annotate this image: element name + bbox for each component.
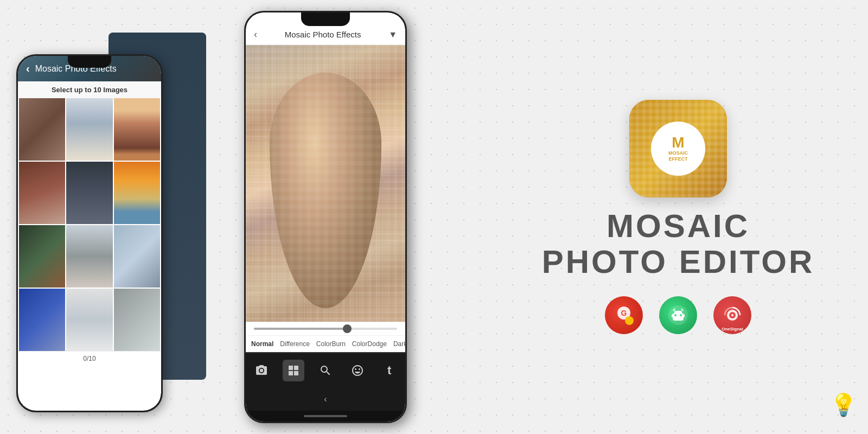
bookmark-icon[interactable]: ▼ [388, 30, 397, 40]
photo-cell-7[interactable] [19, 225, 65, 288]
photo-cell-11[interactable] [66, 289, 112, 351]
zoom-icon[interactable] [315, 360, 336, 381]
photo-cell-8[interactable] [66, 225, 112, 288]
app-icon-text-mosaic: MOSAIC [668, 150, 688, 156]
slider-fill [254, 328, 347, 330]
blend-mode-colordodge[interactable]: ColorDodge [352, 340, 387, 348]
mosaic-preview [246, 45, 405, 322]
svg-text:G: G [621, 309, 627, 317]
svg-rect-8 [672, 314, 674, 317]
photo-cell-10[interactable] [19, 289, 65, 351]
phone-left: ‹ Mosaic Photo Effects Select up to 10 I… [16, 54, 163, 412]
opacity-slider-row [246, 322, 405, 335]
photo-cell-5[interactable] [66, 162, 112, 224]
blend-mode-darken[interactable]: Darken [393, 340, 405, 348]
onesignal-logo: OneSignal [713, 296, 751, 334]
lightbulb-icon: 💡 [830, 392, 857, 418]
app-icon: M MOSAIC EFFECT [629, 100, 727, 197]
blend-mode-colorburn[interactable]: ColorBurn [316, 340, 346, 348]
svg-rect-9 [682, 314, 685, 317]
photo-count-bar: 0/10 [18, 351, 161, 366]
app-title: MOSAIC PHOTO EDITOR [542, 208, 815, 280]
slider-thumb[interactable] [343, 324, 352, 333]
notch-left [68, 56, 111, 68]
select-images-text: Select up to 10 Images [18, 81, 161, 98]
app-title-line1: MOSAIC [542, 208, 815, 244]
photo-cell-12[interactable] [114, 289, 160, 351]
photo-cell-4[interactable] [19, 162, 65, 224]
app-title-line2: PHOTO EDITOR [542, 244, 815, 280]
admob-logo: G [605, 296, 643, 334]
app-info-panel: M MOSAIC EFFECT MOSAIC PHOTO EDITOR G [488, 0, 868, 434]
tech-logos: G [605, 296, 751, 334]
app-icon-circle: M MOSAIC EFFECT [651, 122, 705, 176]
svg-point-7 [680, 314, 682, 316]
mosaic-bg [246, 45, 405, 322]
blend-mode-normal[interactable]: Normal [251, 340, 273, 348]
home-pill [304, 415, 347, 417]
notch-right [301, 12, 350, 26]
emoji-icon[interactable] [347, 360, 368, 381]
phone-right: ‹ Mosaic Photo Effects ▼ Normal Differen… [244, 11, 407, 423]
photo-cell-6[interactable] [114, 162, 160, 224]
phone-nav-bar: ‹ [246, 388, 405, 411]
toolbar-row: t [246, 352, 405, 388]
svg-point-2 [625, 316, 634, 325]
back-arrow-icon[interactable]: ‹ [26, 62, 30, 75]
right-phone-title: Mosaic Photo Effects [285, 30, 361, 39]
nav-back-button[interactable]: ‹ [317, 391, 334, 407]
app-icon-letter-m: M [672, 135, 684, 150]
blend-modes-row: Normal Difference ColorBurn ColorDodge D… [246, 335, 405, 352]
tumblr-icon[interactable]: t [379, 360, 400, 381]
slider-track[interactable] [254, 328, 397, 330]
app-icon-text-effect: EFFECT [669, 156, 688, 162]
svg-point-6 [674, 314, 676, 316]
photo-cell-1[interactable] [19, 98, 65, 161]
photo-cell-9[interactable] [114, 225, 160, 288]
camera-icon[interactable] [251, 360, 272, 381]
mosaic-canvas [246, 45, 405, 322]
blend-mode-difference[interactable]: Difference [280, 340, 309, 348]
grid-icon[interactable] [283, 360, 304, 381]
onesignal-label: OneSignal [722, 327, 743, 331]
photo-cell-2[interactable] [66, 98, 112, 161]
right-back-icon[interactable]: ‹ [254, 29, 257, 40]
app-icon-inner: M MOSAIC EFFECT [629, 100, 727, 197]
photo-cell-3[interactable] [114, 98, 160, 161]
android-studio-logo [659, 296, 697, 334]
svg-point-14 [731, 314, 733, 316]
phone-home-bar [246, 411, 405, 422]
photo-grid [18, 98, 161, 351]
